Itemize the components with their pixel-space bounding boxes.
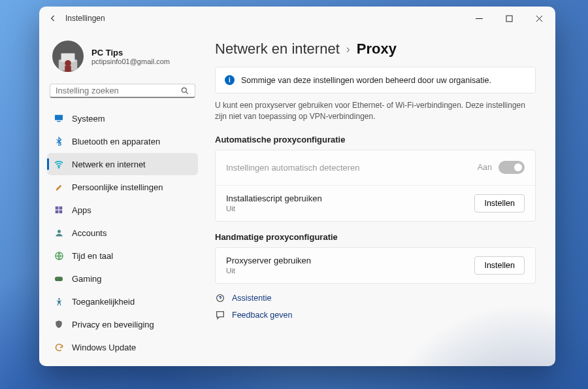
breadcrumb-parent[interactable]: Netwerk en internet bbox=[215, 41, 340, 58]
window-title: Instellingen bbox=[65, 14, 105, 23]
titlebar: Instellingen bbox=[39, 7, 555, 30]
system-icon bbox=[54, 113, 64, 124]
settings-window: Instellingen PC Tips pctipsinfo01@gmail.… bbox=[39, 7, 555, 366]
manual-proxy-card: Proxyserver gebruiken Uit Instellen bbox=[215, 247, 536, 284]
search-box[interactable] bbox=[50, 84, 195, 98]
profile-name: PC Tips bbox=[91, 48, 170, 58]
sidebar-item-accessibility[interactable]: Toegankelijkheid bbox=[47, 290, 198, 313]
sidebar-item-label: Netwerk en internet bbox=[72, 160, 146, 169]
svg-point-3 bbox=[65, 60, 71, 67]
avatar bbox=[52, 41, 84, 72]
minimize-button[interactable] bbox=[464, 7, 494, 30]
sidebar-item-network[interactable]: Netwerk en internet bbox=[47, 153, 198, 175]
page-title: Proxy bbox=[357, 41, 397, 58]
svg-rect-0 bbox=[506, 16, 512, 22]
network-icon bbox=[54, 159, 64, 169]
gaming-icon bbox=[54, 273, 64, 284]
auto-detect-label: Instellingen automatisch detecteren bbox=[226, 163, 478, 173]
nav-list: Systeem Bluetooth en apparaten Netwerk e… bbox=[47, 107, 198, 358]
sidebar-item-label: Persoonlijke instellingen bbox=[72, 182, 163, 192]
setup-script-button[interactable]: Instellen bbox=[474, 194, 525, 212]
close-button[interactable] bbox=[524, 7, 554, 30]
feedback-link[interactable]: Feedback geven bbox=[215, 310, 536, 320]
help-link[interactable]: Assistentie bbox=[215, 293, 536, 303]
sidebar-item-label: Systeem bbox=[72, 114, 105, 124]
sidebar-item-privacy[interactable]: Privacy en beveiliging bbox=[47, 313, 198, 335]
update-icon bbox=[54, 342, 64, 352]
sidebar-item-accounts[interactable]: Accounts bbox=[47, 222, 198, 244]
banner-text: Sommige van deze instellingen worden beh… bbox=[241, 76, 491, 85]
proxy-server-button[interactable]: Instellen bbox=[474, 256, 525, 275]
svg-point-8 bbox=[58, 167, 59, 168]
chevron-right-icon: › bbox=[346, 42, 350, 56]
sidebar-item-label: Apps bbox=[72, 205, 91, 215]
search-icon bbox=[180, 86, 189, 95]
sidebar: PC Tips pctipsinfo01@gmail.com Systeem B… bbox=[39, 30, 206, 366]
svg-rect-10 bbox=[59, 207, 63, 210]
info-icon: i bbox=[225, 75, 235, 85]
sidebar-item-gaming[interactable]: Gaming bbox=[47, 267, 198, 290]
svg-rect-11 bbox=[56, 211, 59, 214]
toggle-state-label: Aan bbox=[478, 163, 492, 172]
svg-rect-15 bbox=[55, 277, 63, 281]
help-icon bbox=[215, 293, 225, 303]
window-controls bbox=[464, 7, 554, 30]
globe-icon bbox=[54, 250, 64, 261]
sidebar-item-label: Windows Update bbox=[72, 343, 136, 352]
sidebar-item-windows-update[interactable]: Windows Update bbox=[47, 336, 198, 358]
accessibility-icon bbox=[54, 296, 64, 307]
breadcrumb: Netwerk en internet › Proxy bbox=[215, 41, 536, 58]
back-button[interactable] bbox=[41, 7, 65, 30]
svg-rect-9 bbox=[56, 207, 59, 210]
sidebar-item-label: Accounts bbox=[72, 228, 106, 238]
sidebar-item-label: Privacy en beveiliging bbox=[72, 320, 154, 330]
accounts-icon bbox=[54, 228, 64, 238]
user-profile[interactable]: PC Tips pctipsinfo01@gmail.com bbox=[47, 30, 198, 78]
auto-detect-toggle bbox=[498, 161, 525, 174]
proxy-server-sub: Uit bbox=[226, 267, 474, 275]
sidebar-item-system[interactable]: Systeem bbox=[47, 107, 198, 129]
page-description: U kunt een proxyserver gebruiken voor Et… bbox=[215, 100, 536, 123]
svg-rect-7 bbox=[57, 121, 60, 122]
org-managed-banner: i Sommige van deze instellingen worden b… bbox=[215, 67, 536, 93]
setup-script-row: Installatiescript gebruiken Uit Instelle… bbox=[216, 186, 535, 221]
setup-script-label: Installatiescript gebruiken bbox=[226, 194, 474, 203]
auto-detect-row: Instellingen automatisch detecteren Aan bbox=[216, 150, 535, 186]
auto-proxy-card: Instellingen automatisch detecteren Aan … bbox=[215, 150, 536, 222]
maximize-button[interactable] bbox=[494, 7, 524, 30]
search-input[interactable] bbox=[56, 86, 180, 95]
svg-point-5 bbox=[182, 88, 186, 92]
sidebar-item-label: Bluetooth en apparaten bbox=[72, 137, 160, 146]
bluetooth-icon bbox=[54, 136, 64, 146]
feedback-icon bbox=[215, 310, 225, 320]
section-title-manual: Handmatige proxyconfiguratie bbox=[215, 232, 536, 242]
sidebar-item-bluetooth[interactable]: Bluetooth en apparaten bbox=[47, 130, 198, 152]
svg-rect-12 bbox=[59, 211, 63, 214]
proxy-server-row: Proxyserver gebruiken Uit Instellen bbox=[216, 248, 535, 283]
footer-links: Assistentie Feedback geven bbox=[215, 293, 536, 320]
brush-icon bbox=[54, 182, 64, 192]
section-title-auto: Automatische proxyconfiguratie bbox=[215, 135, 536, 144]
sidebar-item-label: Tijd en taal bbox=[72, 251, 113, 261]
sidebar-item-label: Toegankelijkheid bbox=[72, 297, 135, 307]
setup-script-sub: Uit bbox=[226, 205, 474, 212]
svg-point-13 bbox=[57, 229, 61, 233]
svg-point-16 bbox=[58, 297, 60, 299]
profile-email: pctipsinfo01@gmail.com bbox=[91, 58, 170, 65]
svg-rect-6 bbox=[55, 115, 63, 120]
svg-rect-4 bbox=[65, 66, 71, 73]
sidebar-item-label: Gaming bbox=[72, 274, 102, 284]
sidebar-item-personalization[interactable]: Persoonlijke instellingen bbox=[47, 176, 198, 198]
help-label: Assistentie bbox=[232, 294, 271, 303]
proxy-server-label: Proxyserver gebruiken bbox=[226, 256, 474, 265]
apps-icon bbox=[54, 205, 64, 215]
sidebar-item-apps[interactable]: Apps bbox=[47, 199, 198, 221]
shield-icon bbox=[54, 319, 64, 330]
sidebar-item-time-language[interactable]: Tijd en taal bbox=[47, 245, 198, 267]
content-pane: Netwerk en internet › Proxy i Sommige va… bbox=[206, 30, 555, 366]
feedback-label: Feedback geven bbox=[232, 311, 292, 320]
